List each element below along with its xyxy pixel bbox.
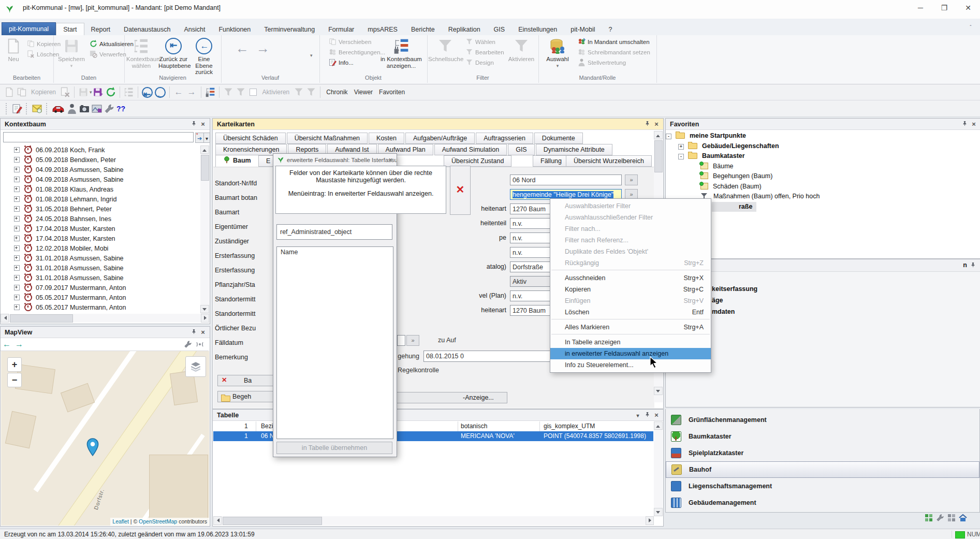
menu-tab[interactable]: pit-Kommunal — [2, 22, 56, 36]
favoriten-item[interactable]: raße — [712, 202, 756, 212]
kontextbaum-hscrollbar[interactable] — [1, 314, 209, 323]
begehungen-button[interactable]: Begeh — [217, 391, 273, 402]
kontextbaum-item[interactable]: 04.09.2018 Asmussen, Sabine — [1, 165, 199, 175]
menu-tab[interactable]: ? — [602, 23, 619, 36]
toolbar-drag-handle[interactable] — [26, 103, 30, 114]
mail-icon[interactable] — [32, 104, 42, 114]
module-item[interactable]: Spielplatzkataster — [666, 445, 979, 461]
copy-label[interactable]: Kopieren — [31, 89, 56, 96]
field-list[interactable]: Name — [276, 246, 393, 439]
help-icon[interactable]: ?? — [116, 105, 125, 113]
dialog-title-bar[interactable]: erweiterte Feldauswahl: Tabelle Isterfas… — [273, 154, 397, 166]
schreibmandant-button[interactable]: Schreibmandant setzen — [578, 48, 650, 57]
copy-icon[interactable] — [17, 87, 27, 97]
karteikarte-tab[interactable]: Aufwand Simulation — [434, 144, 507, 155]
search-go-icon[interactable]: ➔* — [195, 133, 204, 143]
side-panel-item[interactable]: mdaten — [712, 306, 757, 317]
expand-icon[interactable] — [14, 226, 20, 231]
chronik-button[interactable]: Chronik — [326, 89, 347, 96]
auftrag-field[interactable] — [397, 335, 405, 346]
kontextbaum-item[interactable]: 01.08.2018 Lehmann, Ingrid — [1, 195, 199, 205]
anzeige-button[interactable]: -Anzeige... — [396, 392, 507, 403]
karteikarte-tab[interactable]: Aufgaben/Aufträge — [405, 133, 475, 144]
favoriten-item[interactable]: Maßnahmen (Baum) offen, Prio hoch — [666, 192, 979, 202]
kontextbaum-item[interactable]: 31.01.2018 Asmussen, Sabine — [1, 273, 199, 283]
tab-baum[interactable]: Baum — [215, 155, 259, 167]
photo-icon[interactable] — [92, 104, 102, 114]
expand-icon[interactable]: - — [666, 134, 671, 139]
baum-loeschen-button[interactable]: ✕ Ba — [217, 375, 273, 386]
dialog-close-icon[interactable] — [388, 154, 392, 166]
refresh-icon[interactable] — [106, 87, 116, 97]
nav-back-icon[interactable]: ← — [174, 87, 183, 97]
filter-icon[interactable] — [223, 87, 233, 97]
kontextbaum-item[interactable]: 05.09.2018 Bendixen, Peter — [1, 155, 199, 165]
favoriten-item[interactable]: Begehungen (Baum) — [666, 171, 979, 182]
context-menu-item[interactable]: In Tabelle anzeigen — [550, 337, 711, 348]
lookup-button[interactable]: » — [406, 335, 419, 346]
module-item[interactable]: Baumkataster — [666, 428, 979, 445]
lookup-button[interactable]: » — [625, 174, 638, 185]
menu-tab[interactable]: Start — [56, 23, 84, 36]
delete-icon[interactable] — [60, 87, 70, 97]
close-icon[interactable] — [653, 412, 660, 419]
module-item[interactable]: Liegenschaftsmanagement — [666, 478, 979, 494]
kontextbaum-item[interactable]: 01.08.2018 Klaus, Andreas — [1, 185, 199, 195]
person-icon[interactable] — [67, 104, 77, 114]
back-main-icon[interactable] — [142, 87, 153, 98]
side-panel-item[interactable]: äge — [712, 295, 757, 306]
search-dropdown-icon[interactable] — [203, 133, 210, 143]
context-menu-item[interactable]: LöschenEntf — [550, 307, 711, 318]
verschieben-button[interactable]: Verschieben — [329, 37, 371, 47]
leaflet-link[interactable]: Leaflet — [112, 518, 129, 525]
toolbar-drag-handle[interactable] — [6, 103, 9, 114]
karteikarte-tab[interactable]: Kosten — [369, 133, 404, 144]
kontextbaum-item[interactable]: 24.05.2018 Bahnsen, Ines — [1, 214, 199, 224]
karteikarte-tab[interactable]: Dynamische Attribute — [536, 144, 612, 155]
tree-icon[interactable] — [124, 87, 134, 97]
menu-tab[interactable]: Einstellungen — [511, 23, 564, 36]
kontextbaum-item[interactable]: 17.04.2018 Muster, Karsten — [1, 234, 199, 244]
side-panel-item[interactable]: keitserfassung — [712, 283, 757, 295]
kontextbaum-item[interactable]: 04.09.2018 Asmussen, Sabine — [1, 175, 199, 185]
expand-icon[interactable] — [14, 255, 20, 261]
new-icon[interactable] — [4, 87, 14, 97]
list-icon[interactable] — [947, 514, 956, 522]
menu-tab[interactable]: Berichte — [404, 23, 442, 36]
in-kontextbaum-anzeigen-button[interactable]: in Kontextbaum anzeigen... — [377, 37, 425, 74]
save-icon[interactable] — [78, 87, 89, 97]
menu-tab[interactable]: Terminverwaltung — [257, 23, 321, 36]
map-back-icon[interactable]: ← — [3, 340, 11, 349]
expand-icon[interactable] — [14, 186, 20, 192]
apply-button[interactable]: in Tabelle übernehmen — [276, 442, 392, 454]
context-menu-item[interactable]: EinfügenStrg+V — [550, 295, 711, 307]
expand-icon[interactable] — [14, 245, 20, 251]
map-signal-icon[interactable] — [195, 341, 204, 348]
expand-icon[interactable] — [14, 147, 20, 153]
save-special-icon[interactable] — [93, 87, 104, 97]
car-icon[interactable] — [52, 104, 65, 114]
speichern-button[interactable]: Speichern▾ — [55, 37, 87, 74]
expand-icon[interactable] — [14, 206, 20, 212]
osm-link[interactable]: OpenStreetMap — [139, 518, 177, 525]
context-menu-item[interactable]: Filter nach Referenz... — [550, 235, 711, 246]
expand-icon[interactable] — [14, 295, 20, 300]
wrench-icon[interactable] — [104, 104, 114, 114]
filter-waehlen-button[interactable]: Wählen — [465, 37, 495, 47]
eine-ebene-zurueck-button[interactable]: Eine Ebene zurück — [189, 37, 218, 74]
expand-icon[interactable]: - — [678, 154, 684, 159]
save-dropdown-icon[interactable]: ▾ — [90, 90, 92, 95]
history-dropdown-icon[interactable]: ▾ — [310, 53, 313, 58]
context-menu-item[interactable]: Duplikate des Feldes 'Objekt' — [550, 246, 711, 257]
menu-tab[interactable]: Ansicht — [177, 23, 212, 36]
expand-icon[interactable] — [14, 265, 20, 271]
map-forward-icon[interactable]: → — [15, 340, 23, 349]
verwerfen-button[interactable]: Verwerfen — [90, 50, 126, 60]
expand-icon[interactable] — [14, 236, 20, 241]
edit-document-icon[interactable] — [12, 104, 22, 114]
kontextbaum-item[interactable]: 05.05.2017 Mustermann, Anton — [1, 293, 199, 303]
green-grid-icon[interactable] — [925, 514, 933, 522]
menu-tab[interactable]: Replikation — [442, 23, 487, 36]
menu-tab[interactable]: Datenaustausch — [117, 23, 177, 36]
context-menu-item[interactable]: Filter nach... — [550, 223, 711, 235]
